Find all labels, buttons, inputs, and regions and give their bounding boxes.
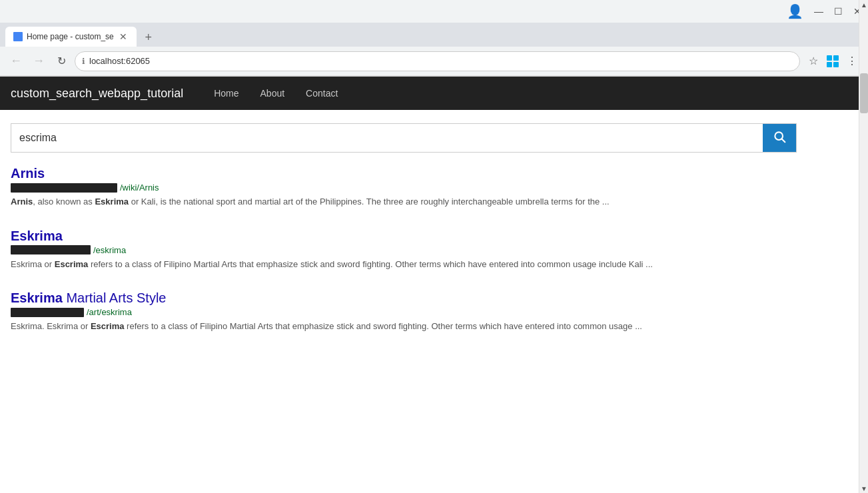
result-url-path: /eskrima (93, 245, 126, 255)
result-item: Eskrima Martial Arts Style /art/eskrima … (11, 290, 775, 333)
result-title-eskrima: Eskrima (11, 290, 63, 305)
result-title-text: Eskrima (11, 229, 63, 243)
search-box-container (11, 123, 797, 153)
nav-link-home[interactable]: Home (203, 79, 249, 108)
account-icon[interactable]: 👤 (787, 3, 803, 19)
search-section (0, 110, 868, 159)
result-url-line: /eskrima (11, 245, 775, 255)
search-input[interactable] (11, 124, 763, 152)
back-button[interactable]: ← (7, 52, 25, 71)
nav-link-about[interactable]: About (250, 79, 296, 108)
app-brand: custom_search_webapp_tutorial (11, 87, 183, 101)
nav-link-contact[interactable]: Contact (295, 79, 348, 108)
refresh-button[interactable]: ↻ (52, 52, 71, 71)
windows-logo-pane-3 (827, 62, 832, 67)
address-input[interactable] (89, 56, 793, 66)
forward-button[interactable]: → (29, 52, 48, 71)
result-url-path: /art/eskrima (87, 307, 132, 317)
result-url-redacted (11, 308, 84, 317)
tab-bar: Home page - custom_se ✕ + (0, 23, 868, 47)
windows-logo-icon[interactable] (827, 55, 839, 67)
svg-line-1 (782, 139, 785, 142)
result-title[interactable]: Eskrima Martial Arts Style (11, 290, 166, 305)
result-item: Arnis /wiki/Arnis Arnis, also known as E… (11, 166, 775, 209)
result-snippet: Arnis, also known as Eskrima or Kali, is… (11, 195, 743, 209)
result-url-redacted (11, 183, 117, 193)
search-button[interactable] (763, 124, 796, 152)
title-bar: 👤 — ☐ ✕ (0, 0, 868, 23)
scrollbar-thumb[interactable] (860, 73, 868, 113)
result-url-path: /wiki/Arnis (120, 183, 159, 193)
result-url-redacted (11, 245, 91, 254)
toolbar: ← → ↻ ℹ ☆ ⋮ (0, 47, 868, 76)
windows-logo-pane-2 (833, 55, 839, 61)
result-url-line: /wiki/Arnis (11, 183, 775, 193)
tab-close-button[interactable]: ✕ (118, 31, 129, 42)
app-navbar: custom_search_webapp_tutorial Home About… (0, 77, 868, 110)
result-url-line: /art/eskrima (11, 307, 775, 317)
active-tab[interactable]: Home page - custom_se ✕ (5, 27, 137, 47)
minimize-button[interactable]: — (814, 6, 823, 17)
result-title[interactable]: Arnis (11, 166, 45, 181)
scrollbar-up-button[interactable]: ▲ (859, 0, 868, 9)
result-title-rest: Martial Arts Style (66, 290, 166, 305)
result-title-text: Arnis (11, 166, 45, 181)
scrollbar: ▲ ▼ (859, 0, 868, 366)
windows-logo-pane-4 (833, 62, 839, 67)
address-bar-container: ℹ (75, 51, 800, 71)
app-nav-links: Home About Contact (203, 79, 348, 108)
new-tab-button[interactable]: + (139, 28, 158, 47)
result-snippet: Eskrima or Escrima refers to a class of … (11, 258, 743, 271)
search-icon (773, 130, 786, 147)
tab-favicon (13, 32, 23, 41)
browser-chrome: 👤 — ☐ ✕ Home page - custom_se ✕ + ← → ↻ … (0, 0, 868, 77)
windows-logo-pane-1 (827, 55, 832, 61)
results-section: Arnis /wiki/Arnis Arnis, also known as E… (0, 159, 786, 366)
tab-title: Home page - custom_se (27, 32, 114, 41)
result-item: Eskrima /eskrima Eskrima or Escrima refe… (11, 229, 775, 271)
result-snippet: Eskrima. Eskrima or Escrima refers to a … (11, 320, 743, 333)
security-icon: ℹ (82, 57, 85, 66)
restore-button[interactable]: ☐ (834, 6, 843, 17)
bookmark-button[interactable]: ☆ (804, 52, 823, 71)
title-bar-controls: 👤 — ☐ ✕ (787, 3, 861, 19)
result-title[interactable]: Eskrima (11, 229, 63, 243)
toolbar-right: ☆ ⋮ (804, 52, 861, 71)
